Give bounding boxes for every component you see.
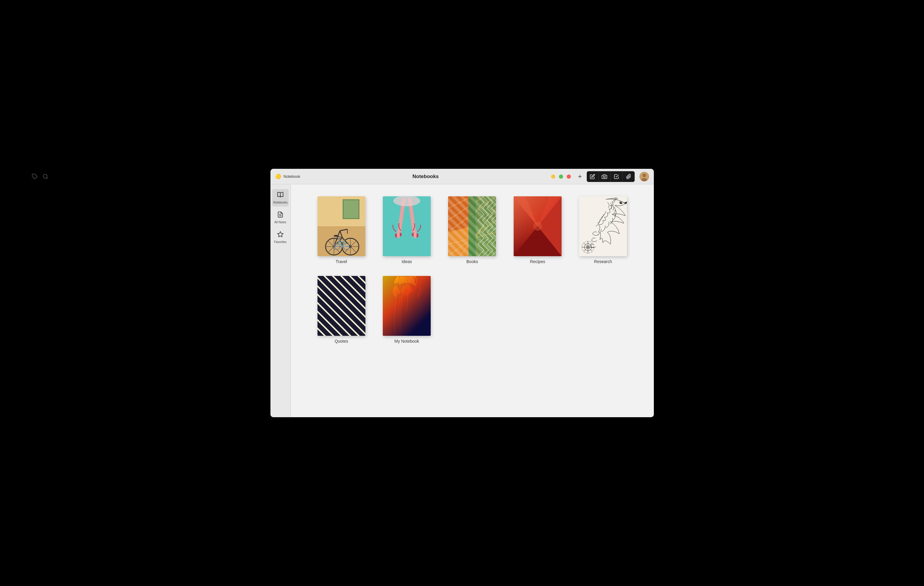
minimize-button[interactable]: — bbox=[551, 174, 555, 179]
svg-marker-60 bbox=[514, 196, 538, 256]
svg-marker-97 bbox=[356, 280, 362, 285]
notebook-books[interactable]: Books bbox=[446, 196, 499, 264]
svg-rect-57 bbox=[469, 196, 476, 256]
sidebar-all-notes-label: All Notes bbox=[274, 221, 286, 224]
notebook-quotes-title: Quotes bbox=[335, 339, 348, 344]
svg-marker-92 bbox=[327, 280, 332, 285]
svg-line-66 bbox=[514, 196, 538, 226]
notebook-ideas-title: Ideas bbox=[402, 259, 412, 264]
svg-line-69 bbox=[538, 226, 562, 256]
page-title: Notebooks bbox=[412, 174, 439, 179]
camera-button[interactable] bbox=[599, 171, 611, 182]
svg-marker-9 bbox=[278, 232, 283, 237]
svg-line-36 bbox=[337, 236, 342, 238]
svg-marker-49 bbox=[448, 196, 496, 232]
notebook-travel[interactable]: Travel bbox=[315, 196, 368, 264]
svg-marker-88 bbox=[317, 276, 323, 280]
svg-marker-83 bbox=[335, 276, 342, 280]
svg-line-54 bbox=[460, 208, 496, 256]
svg-rect-98 bbox=[383, 276, 431, 336]
attach-button[interactable] bbox=[623, 171, 635, 182]
toolbar-actions bbox=[587, 171, 635, 182]
avatar[interactable] bbox=[639, 172, 649, 181]
checklist-button[interactable] bbox=[611, 171, 623, 182]
notebooks-grid: Travel bbox=[315, 196, 630, 344]
svg-marker-95 bbox=[345, 280, 350, 285]
svg-line-55 bbox=[448, 220, 496, 256]
svg-rect-48 bbox=[448, 196, 496, 256]
sidebar-item-notebooks[interactable]: Notebooks bbox=[272, 189, 289, 206]
svg-rect-13 bbox=[345, 201, 351, 217]
close-button[interactable]: ✕ bbox=[567, 174, 571, 179]
notebook-cover-research bbox=[579, 196, 627, 256]
window-controls: — □ ✕ bbox=[551, 174, 571, 179]
svg-line-51 bbox=[448, 196, 472, 208]
sidebar: Notebooks All Notes bbox=[271, 184, 291, 417]
svg-point-19 bbox=[333, 245, 335, 248]
svg-marker-91 bbox=[320, 280, 327, 285]
svg-marker-61 bbox=[538, 196, 562, 256]
svg-marker-90 bbox=[330, 276, 335, 280]
notebook-cover-travel bbox=[317, 196, 365, 256]
svg-rect-79 bbox=[317, 276, 365, 336]
app-title: Notebook bbox=[284, 174, 300, 179]
notebook-travel-title: Travel bbox=[336, 259, 347, 264]
notebook-my-notebook-title: My Notebook bbox=[394, 339, 419, 344]
sidebar-favorites-label: Favorites bbox=[274, 240, 286, 244]
sidebar-item-all-notes[interactable]: All Notes bbox=[272, 209, 289, 226]
titlebar-right: — □ ✕ + bbox=[551, 171, 649, 182]
notebook-cover-books bbox=[448, 196, 496, 256]
svg-marker-87 bbox=[360, 276, 365, 280]
svg-point-3 bbox=[604, 176, 605, 178]
svg-point-65 bbox=[533, 222, 542, 231]
svg-marker-59 bbox=[514, 196, 562, 226]
svg-line-52 bbox=[448, 196, 484, 220]
notebook-research[interactable]: Research bbox=[576, 196, 630, 264]
notebook-my-notebook[interactable]: My Notebook bbox=[380, 276, 433, 344]
notebook-recipes[interactable]: Recipes bbox=[511, 196, 564, 264]
svg-line-56 bbox=[448, 232, 496, 244]
svg-point-37 bbox=[334, 235, 338, 237]
main-content: Notebooks All Notes bbox=[271, 184, 654, 417]
maximize-button[interactable]: □ bbox=[559, 174, 563, 179]
sidebar-notebooks-label: Notebooks bbox=[273, 201, 287, 204]
svg-line-53 bbox=[448, 196, 496, 232]
notebook-cover-quotes bbox=[317, 276, 365, 336]
svg-rect-15 bbox=[346, 202, 349, 216]
svg-line-68 bbox=[514, 226, 538, 256]
new-note-button[interactable] bbox=[587, 171, 599, 182]
favorites-icon bbox=[277, 231, 284, 239]
notebooks-container: Travel bbox=[291, 184, 654, 417]
notebook-cover-recipes bbox=[514, 196, 562, 256]
svg-line-31 bbox=[342, 238, 350, 247]
svg-marker-85 bbox=[347, 276, 353, 280]
notebook-research-title: Research bbox=[594, 259, 612, 264]
svg-marker-63 bbox=[514, 196, 538, 226]
all-notes-icon bbox=[277, 211, 284, 219]
svg-marker-81 bbox=[323, 276, 330, 280]
svg-rect-12 bbox=[345, 201, 358, 217]
svg-marker-82 bbox=[330, 276, 335, 280]
titlebar-left: 🟡 Notebook bbox=[275, 174, 300, 179]
notebook-ideas[interactable]: Ideas bbox=[380, 196, 433, 264]
svg-marker-62 bbox=[514, 226, 562, 256]
svg-rect-14 bbox=[351, 201, 358, 217]
svg-marker-89 bbox=[323, 276, 330, 280]
svg-marker-64 bbox=[538, 196, 562, 226]
notebooks-icon bbox=[277, 191, 284, 200]
app-icon: 🟡 bbox=[275, 174, 281, 179]
sidebar-item-favorites[interactable]: Favorites bbox=[272, 229, 289, 246]
svg-rect-58 bbox=[514, 196, 562, 256]
svg-marker-80 bbox=[317, 276, 323, 280]
svg-line-30 bbox=[334, 238, 342, 247]
svg-point-5 bbox=[642, 174, 646, 177]
svg-marker-96 bbox=[350, 280, 356, 285]
svg-marker-93 bbox=[332, 280, 338, 285]
svg-marker-94 bbox=[338, 280, 345, 285]
add-button[interactable]: + bbox=[578, 173, 582, 181]
notebook-recipes-title: Recipes bbox=[530, 259, 545, 264]
notebook-cover-ideas bbox=[383, 196, 431, 256]
notebook-quotes[interactable]: Quotes bbox=[315, 276, 368, 344]
svg-marker-84 bbox=[342, 276, 347, 280]
titlebar: 🟡 Notebook Notebooks bbox=[271, 169, 654, 184]
